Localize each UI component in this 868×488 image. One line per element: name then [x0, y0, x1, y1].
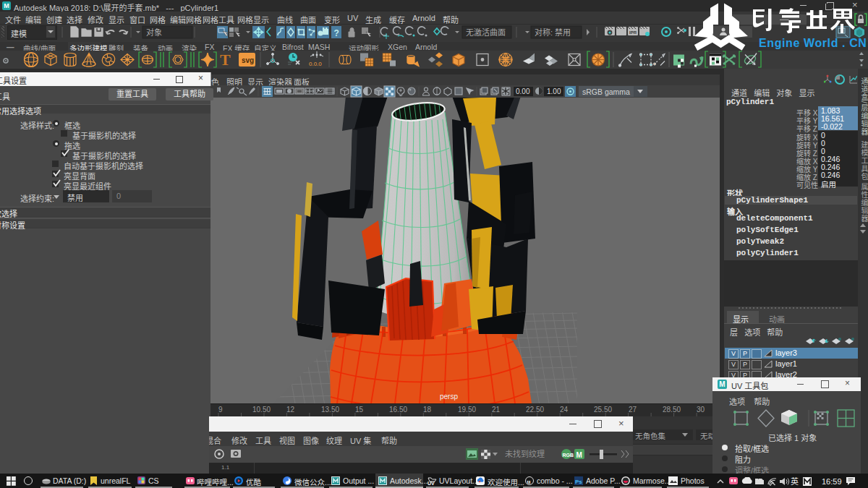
svg-text:英: 英: [791, 477, 799, 486]
svg-text:?: ?: [334, 28, 339, 38]
svg-text:未找到纹理: 未找到纹理: [505, 449, 545, 458]
svg-text:sRGB gamma: sRGB gamma: [582, 87, 630, 96]
svg-text:0.0.0: 0.0.0: [309, 61, 322, 67]
svg-text:1.00: 1.00: [547, 87, 561, 95]
svg-text:Ps: Ps: [575, 479, 582, 485]
svg-text:M: M: [576, 451, 582, 459]
svg-text:RGB: RGB: [563, 453, 574, 458]
svg-text:16:59: 16:59: [822, 477, 842, 486]
svg-text:T: T: [220, 51, 231, 69]
svg-text:无激活曲面: 无激活曲面: [466, 27, 506, 37]
svg-text:persp: persp: [440, 393, 458, 401]
svg-text:对象: 对象: [146, 27, 162, 37]
svg-text:IPR: IPR: [629, 30, 637, 35]
svg-text:0.00: 0.00: [516, 87, 530, 95]
svg-text:u: u: [527, 478, 531, 485]
svg-text:svg: svg: [242, 56, 254, 64]
svg-text:对称: 禁用: 对称: 禁用: [535, 27, 571, 37]
svg-text:UV: UV: [427, 481, 435, 486]
